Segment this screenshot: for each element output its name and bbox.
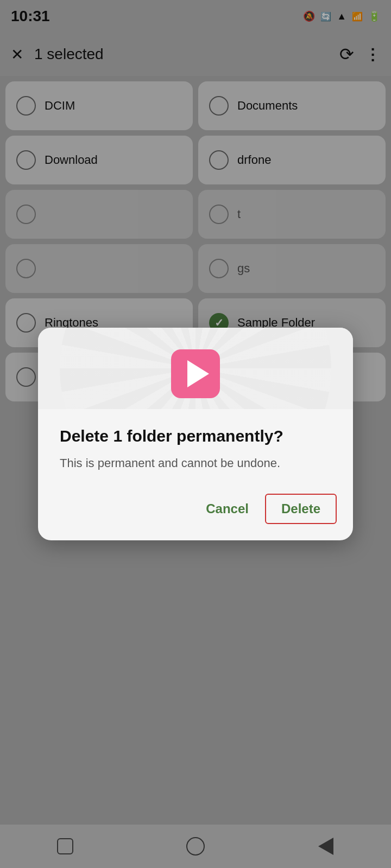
- dialog-body: Delete 1 folder permanently? This is per…: [38, 409, 353, 494]
- dialog-header: [38, 328, 353, 409]
- cancel-button[interactable]: Cancel: [195, 495, 260, 523]
- delete-dialog: Delete 1 folder permanently? This is per…: [38, 328, 353, 540]
- delete-button[interactable]: Delete: [265, 494, 337, 524]
- dialog-actions: Cancel Delete: [38, 494, 353, 540]
- dialog-overlay: Delete 1 folder permanently? This is per…: [0, 0, 391, 868]
- dialog-message: This is permanent and cannot be undone.: [60, 455, 331, 472]
- dialog-title: Delete 1 folder permanently?: [60, 425, 331, 446]
- app-logo: [171, 349, 220, 398]
